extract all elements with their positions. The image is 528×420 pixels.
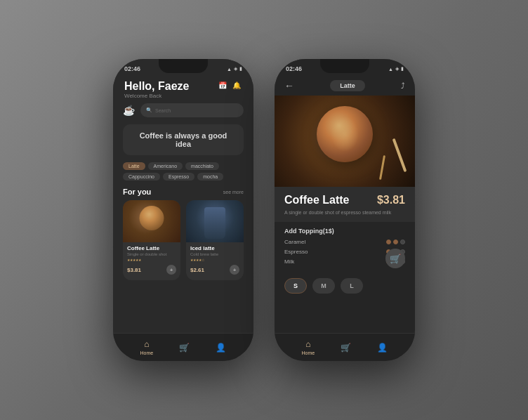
product-desc-latte: Single or double shot [127, 252, 176, 256]
product-desc-iced: Cold brew latte [190, 252, 239, 256]
nav-home-label-right: Home [302, 350, 315, 355]
promo-banner: Coffee is always a good idea [123, 124, 244, 155]
nav-home-left[interactable]: ⌂ Home [140, 339, 154, 355]
status-icons-right: ▲ ◈ ▮ [388, 66, 404, 72]
category-row: Latte Americano macchiato Cappuccino Esp… [113, 158, 253, 185]
topping-name-espresso: Espresso [284, 249, 308, 255]
dot[interactable] [393, 239, 398, 244]
cart-icon-left: 🛒 [179, 343, 190, 353]
nav-profile-left[interactable]: 👤 [216, 343, 226, 353]
product-name-iced: Iced latte [190, 245, 239, 251]
battery-icon-right: ▮ [401, 66, 404, 72]
size-small[interactable]: S [284, 278, 307, 294]
phone-left: 02:46 ▲ ◈ ▮ Hello, Faeze Welcome Back 📅 … [113, 59, 253, 361]
category-espresso[interactable]: Espresso [163, 173, 194, 181]
category-macchiato[interactable]: macchiato [185, 162, 219, 170]
profile-icon-right: 👤 [377, 343, 388, 353]
profile-icon-left: 👤 [216, 343, 226, 353]
detail-product-price: $3.81 [377, 194, 405, 206]
product-stars-iced: ★★★★☆ [186, 258, 244, 262]
nav-profile-right[interactable]: 👤 [377, 343, 388, 353]
time-right: 02:46 [286, 65, 302, 72]
header-icons: 📅 🔔 [218, 81, 242, 91]
product-info-latte: Coffee Latte Single or double shot [123, 242, 180, 256]
nav-home-right[interactable]: ⌂ Home [302, 339, 315, 355]
product-price-row-iced: $2.61 + [186, 265, 244, 275]
product-price-latte: $3.81 [127, 267, 141, 273]
products-row: Coffee Latte Single or double shot ★★★★★… [113, 200, 253, 280]
wifi-icon-right: ◈ [395, 66, 399, 72]
phone-right: 02:46 ▲ ◈ ▮ ← Latte ⤴ Coffee Latte $3.81 [275, 59, 415, 361]
product-detail-card: Coffee Latte $3.81 A single or double sh… [275, 187, 415, 222]
search-bar[interactable]: 🔍 Search [140, 103, 244, 117]
add-iced-button[interactable]: + [230, 265, 239, 275]
share-button[interactable]: ⤴ [401, 81, 405, 90]
product-hero-image [275, 96, 415, 187]
topping-name-caramel: Caramel [284, 239, 305, 245]
right-screen: 02:46 ▲ ◈ ▮ ← Latte ⤴ Coffee Latte $3.81 [275, 59, 415, 361]
size-large[interactable]: L [341, 278, 363, 294]
bottom-nav-right: ⌂ Home 🛒 👤 [275, 333, 415, 361]
detail-product-desc: A single or double shot of espresso stea… [284, 209, 405, 216]
nav-cart-right[interactable]: 🛒 [341, 343, 351, 353]
notch-right [320, 59, 369, 73]
search-placeholder: Search [155, 108, 171, 113]
greeting-name: Hello, Faeze [124, 80, 189, 93]
toppings-title: Add Topping(1$) [284, 228, 405, 235]
calendar-icon[interactable]: 📅 [218, 81, 228, 91]
cart-icon-right: 🛒 [341, 343, 351, 353]
category-americano[interactable]: Americano [148, 162, 183, 170]
latte-art [140, 206, 164, 230]
product-image-iced [186, 200, 244, 242]
product-name-latte: Coffee Latte [127, 245, 176, 251]
cart-float-icon: 🛒 [390, 254, 401, 264]
product-info-iced: Iced latte Cold brew latte [186, 242, 244, 256]
home-icon-left: ⌂ [144, 339, 149, 349]
category-mocha[interactable]: mocha [197, 173, 223, 181]
product-card-iced[interactable]: Iced latte Cold brew latte ★★★★☆ $2.61 + [186, 200, 244, 280]
bottom-nav-left: ⌂ Home 🛒 👤 [113, 333, 253, 361]
greeting-subtitle: Welcome Back [124, 93, 189, 99]
battery-icon: ▮ [239, 66, 242, 72]
add-latte-button[interactable]: + [166, 265, 176, 275]
product-title-pill: Latte [330, 80, 365, 91]
hero-spoon2 [379, 155, 385, 180]
see-more-link[interactable]: see more [223, 190, 244, 195]
nav-home-label-left: Home [140, 350, 154, 355]
size-medium[interactable]: M [312, 278, 335, 294]
section-title: For you [123, 188, 151, 196]
product-card-latte[interactable]: Coffee Latte Single or double shot ★★★★★… [123, 200, 180, 280]
signal-icon: ▲ [227, 67, 232, 72]
left-header: Hello, Faeze Welcome Back 📅 🔔 [113, 74, 253, 103]
hero-spoon [392, 138, 407, 172]
product-price-row-latte: $3.81 + [123, 265, 180, 275]
signal-icon-right: ▲ [388, 67, 393, 72]
product-detail-header: Coffee Latte $3.81 [284, 194, 405, 206]
product-image-latte [123, 200, 180, 242]
right-top-bar: ← Latte ⤴ [275, 74, 415, 96]
coffee-icon: ☕ [123, 105, 135, 116]
cart-float-button[interactable]: 🛒 [385, 249, 405, 268]
dot[interactable] [400, 239, 405, 244]
topping-name-milk: Milk [284, 258, 294, 265]
back-button[interactable]: ← [284, 80, 294, 91]
category-cappuccino[interactable]: Cappuccino [123, 173, 160, 181]
notch-left [159, 59, 208, 73]
product-price-iced: $2.61 [190, 267, 204, 273]
status-icons-left: ▲ ◈ ▮ [227, 66, 242, 72]
time-left: 02:46 [124, 65, 140, 72]
detail-product-name: Coffee Latte [284, 194, 349, 206]
size-selection: S M L [275, 274, 415, 298]
home-icon-right: ⌂ [305, 339, 310, 349]
topping-dots-caramel [386, 239, 405, 244]
topping-caramel: Caramel [284, 239, 405, 245]
nav-cart-left[interactable]: 🛒 [179, 343, 190, 353]
search-row: ☕ 🔍 Search [113, 103, 253, 122]
dot[interactable] [386, 239, 391, 244]
wifi-icon: ◈ [234, 66, 237, 72]
section-header: For you see more [113, 185, 253, 200]
product-stars-latte: ★★★★★ [123, 258, 180, 262]
hero-latte-art [317, 106, 373, 162]
bell-icon[interactable]: 🔔 [232, 81, 242, 91]
category-latte[interactable]: Latte [123, 162, 145, 170]
